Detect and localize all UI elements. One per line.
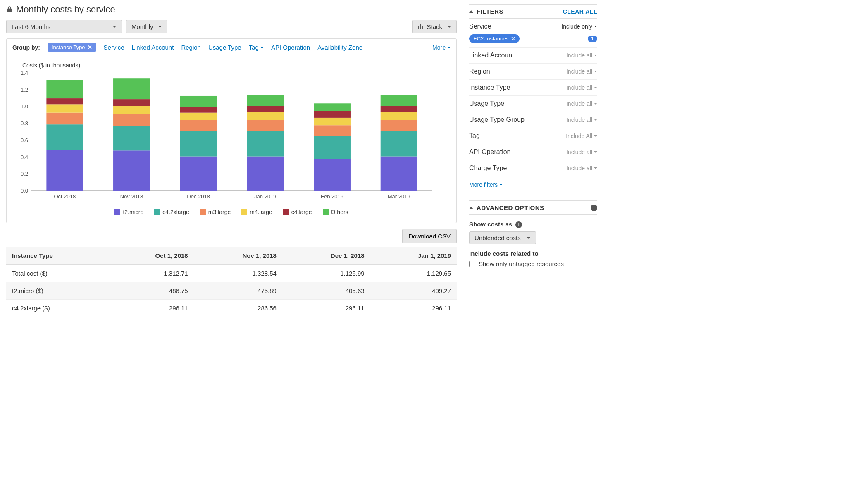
chevron-down-icon (594, 135, 597, 137)
filters-header[interactable]: FILTERS CLEAR ALL (469, 4, 597, 19)
filter-value[interactable]: Include all (566, 117, 597, 123)
svg-rect-1 (420, 24, 421, 29)
svg-text:Dec 2018: Dec 2018 (187, 193, 210, 200)
filter-row[interactable]: Charge TypeInclude all (469, 160, 597, 176)
legend-item[interactable]: c4.large (283, 209, 312, 215)
table-cell: 486.75 (108, 282, 194, 300)
groupby-option-usage-type[interactable]: Usage Type (208, 44, 241, 51)
legend-swatch (241, 209, 247, 215)
groupby-option-availability-zone[interactable]: Availability Zone (317, 44, 362, 51)
stack-label: Stack (427, 23, 442, 30)
filter-label: Instance Type (469, 84, 510, 91)
groupby-option-api-operation[interactable]: API Operation (271, 44, 310, 51)
legend-item[interactable]: Others (323, 209, 348, 215)
filter-value[interactable]: Include all (566, 149, 597, 155)
groupby-option-tag[interactable]: Tag (249, 44, 264, 51)
info-icon[interactable]: i (591, 205, 597, 211)
legend-item[interactable]: t2.micro (114, 209, 143, 215)
filter-row[interactable]: Usage TypeInclude all (469, 96, 597, 112)
chevron-down-icon (447, 47, 451, 48)
granularity-select[interactable]: Monthly (126, 20, 167, 33)
svg-rect-17 (46, 80, 83, 98)
chevron-down-icon (594, 26, 597, 27)
svg-rect-35 (247, 120, 284, 131)
page-title-row: Monthly costs by service (6, 4, 457, 15)
include-related-label: Include costs related to (469, 250, 597, 257)
filter-row[interactable]: RegionInclude all (469, 64, 597, 80)
more-filters-link[interactable]: More filters (469, 176, 503, 193)
filter-row[interactable]: Instance TypeInclude all (469, 80, 597, 96)
filter-row-service[interactable]: Service Include only (469, 19, 597, 32)
chevron-down-icon (158, 26, 162, 28)
stack-button[interactable]: Stack (412, 20, 457, 33)
chevron-down-icon (527, 237, 531, 239)
legend-label: Others (331, 209, 348, 215)
svg-text:0.6: 0.6 (21, 137, 28, 143)
filter-value[interactable]: Include all (566, 68, 597, 75)
groupby-option-linked-account[interactable]: Linked Account (132, 44, 174, 51)
svg-rect-34 (247, 131, 284, 156)
chevron-up-icon (469, 10, 473, 13)
svg-rect-2 (422, 26, 423, 29)
table-header: Instance Type (6, 247, 108, 265)
svg-text:Oct 2018: Oct 2018 (54, 193, 76, 200)
info-icon[interactable]: i (515, 221, 522, 228)
groupby-option-service[interactable]: Service (104, 44, 124, 51)
groupby-more[interactable]: More (432, 44, 451, 51)
close-icon[interactable]: ✕ (88, 44, 92, 50)
chart-area: Costs ($ in thousands) 0.00.20.40.60.81.… (7, 56, 456, 223)
filter-label: API Operation (469, 148, 511, 156)
legend-item[interactable]: c4.2xlarge (154, 209, 189, 215)
svg-rect-23 (113, 99, 150, 106)
groupby-active-chip[interactable]: Instance Type ✕ (48, 43, 96, 52)
groupby-active-text: Instance Type (52, 44, 85, 50)
service-chip[interactable]: EC2-Instances ✕ (469, 34, 520, 43)
close-icon[interactable]: ✕ (511, 36, 515, 42)
filter-value[interactable]: Include all (566, 100, 597, 107)
advanced-header[interactable]: ADVANCED OPTIONS i (469, 200, 597, 215)
filter-value[interactable]: Include all (566, 52, 597, 59)
svg-rect-29 (180, 113, 217, 120)
filter-value[interactable]: Include all (566, 84, 597, 91)
table-cell: 1,328.54 (194, 264, 282, 282)
download-csv-button[interactable]: Download CSV (402, 229, 457, 243)
table-cell: 296.11 (108, 300, 194, 317)
date-range-select[interactable]: Last 6 Months (6, 20, 122, 33)
svg-text:1.2: 1.2 (21, 87, 28, 93)
untagged-checkbox-row[interactable]: Show only untagged resources (469, 260, 597, 267)
table-header: Nov 1, 2018 (194, 247, 282, 265)
chart-title: Costs ($ in thousands) (22, 62, 448, 69)
filter-row[interactable]: TagInclude All (469, 128, 597, 144)
svg-text:1.0: 1.0 (21, 103, 28, 110)
svg-rect-38 (247, 95, 284, 106)
page-title: Monthly costs by service (16, 4, 115, 15)
chevron-down-icon (594, 55, 597, 56)
filter-row[interactable]: Usage Type GroupInclude all (469, 112, 597, 128)
table-header: Dec 1, 2018 (282, 247, 370, 265)
svg-rect-41 (314, 136, 351, 159)
filter-mode-service[interactable]: Include only (561, 23, 597, 30)
controls-row: Last 6 Months Monthly Stack (6, 20, 457, 33)
clear-all-link[interactable]: CLEAR ALL (563, 8, 597, 15)
chart: 0.00.20.40.60.81.01.21.4Oct 2018Nov 2018… (15, 71, 448, 205)
cost-type-select[interactable]: Unblended costs (469, 231, 536, 244)
chevron-down-icon (447, 26, 451, 28)
filter-value[interactable]: Include all (566, 165, 597, 171)
filter-row[interactable]: Linked AccountInclude all (469, 48, 597, 64)
chevron-down-icon (112, 26, 117, 28)
filter-value[interactable]: Include All (566, 133, 597, 139)
table-cell: 409.27 (370, 282, 457, 300)
legend-swatch (283, 209, 289, 215)
svg-rect-47 (381, 157, 417, 191)
table-cell: 296.11 (282, 300, 370, 317)
svg-text:Mar 2019: Mar 2019 (388, 193, 410, 200)
legend-item[interactable]: m3.large (200, 209, 231, 215)
svg-rect-21 (113, 114, 150, 126)
svg-text:0.2: 0.2 (21, 171, 28, 177)
legend-item[interactable]: m4.large (241, 209, 272, 215)
svg-rect-37 (247, 106, 284, 112)
svg-text:1.4: 1.4 (21, 71, 28, 76)
groupby-option-region[interactable]: Region (181, 44, 201, 51)
untagged-checkbox[interactable] (469, 261, 475, 267)
filter-row[interactable]: API OperationInclude all (469, 144, 597, 160)
